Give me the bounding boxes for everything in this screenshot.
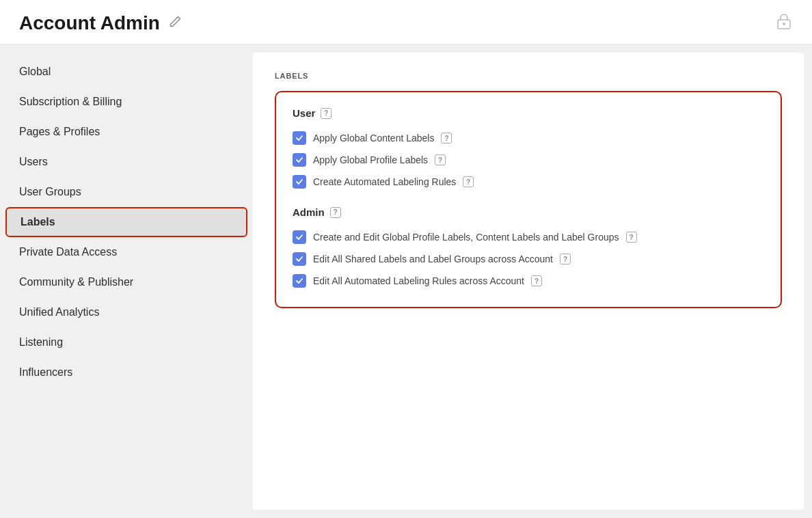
- admin-group-title: Admin ?: [293, 206, 764, 218]
- help-icon-create-edit-global[interactable]: ?: [626, 232, 637, 243]
- permission-edit-all-shared: Edit All Shared Labels and Label Groups …: [293, 248, 764, 270]
- body: Global Subscription & Billing Pages & Pr…: [0, 44, 812, 518]
- header-right-icon[interactable]: [775, 12, 793, 34]
- help-icon-edit-all-shared[interactable]: ?: [560, 254, 571, 264]
- section-label: LABELS: [275, 72, 782, 80]
- checkbox-create-automated[interactable]: [293, 175, 306, 189]
- main-content: LABELS User ? Apply Global Content Label…: [253, 53, 804, 510]
- app-container: Account Admin Global Subscription & Bill…: [0, 0, 812, 518]
- user-help-icon[interactable]: ?: [321, 108, 331, 119]
- edit-icon[interactable]: [168, 15, 182, 32]
- header-left: Account Admin: [19, 12, 182, 34]
- page-title: Account Admin: [19, 12, 160, 34]
- sidebar: Global Subscription & Billing Pages & Pr…: [0, 44, 253, 518]
- sidebar-item-user-groups[interactable]: User Groups: [0, 177, 253, 207]
- permission-apply-global-content: Apply Global Content Labels ?: [293, 127, 764, 149]
- header: Account Admin: [0, 0, 812, 44]
- help-icon-apply-global-profile[interactable]: ?: [435, 154, 446, 165]
- svg-point-1: [783, 23, 785, 25]
- checkbox-apply-global-content[interactable]: [293, 131, 306, 145]
- labels-box: User ? Apply Global Content Labels ?: [275, 91, 782, 308]
- sidebar-item-subscription-billing[interactable]: Subscription & Billing: [0, 87, 253, 117]
- sidebar-item-influencers[interactable]: Influencers: [0, 357, 253, 387]
- sidebar-item-labels[interactable]: Labels: [5, 207, 247, 237]
- sidebar-item-listening[interactable]: Listening: [0, 327, 253, 357]
- permission-edit-all-automated: Edit All Automated Labeling Rules across…: [293, 270, 764, 292]
- admin-help-icon[interactable]: ?: [330, 207, 341, 218]
- checkbox-create-edit-global[interactable]: [293, 230, 306, 244]
- user-group-title: User ?: [293, 107, 764, 119]
- sidebar-item-unified-analytics[interactable]: Unified Analytics: [0, 297, 253, 327]
- sidebar-item-global[interactable]: Global: [0, 57, 253, 87]
- checkbox-edit-all-automated[interactable]: [293, 274, 306, 288]
- checkbox-edit-all-shared[interactable]: [293, 252, 306, 266]
- sidebar-item-private-data-access[interactable]: Private Data Access: [0, 237, 253, 267]
- group-divider: [293, 193, 764, 206]
- help-icon-create-automated[interactable]: ?: [463, 176, 474, 187]
- help-icon-edit-all-automated[interactable]: ?: [531, 275, 542, 286]
- sidebar-item-users[interactable]: Users: [0, 147, 253, 177]
- checkbox-apply-global-profile[interactable]: [293, 153, 306, 167]
- help-icon-apply-global-content[interactable]: ?: [441, 133, 452, 144]
- permission-apply-global-profile: Apply Global Profile Labels ?: [293, 149, 764, 171]
- permission-create-automated: Create Automated Labeling Rules ?: [293, 171, 764, 193]
- sidebar-item-community-publisher[interactable]: Community & Publisher: [0, 267, 253, 297]
- permission-create-edit-global: Create and Edit Global Profile Labels, C…: [293, 226, 764, 248]
- sidebar-item-pages-profiles[interactable]: Pages & Profiles: [0, 117, 253, 147]
